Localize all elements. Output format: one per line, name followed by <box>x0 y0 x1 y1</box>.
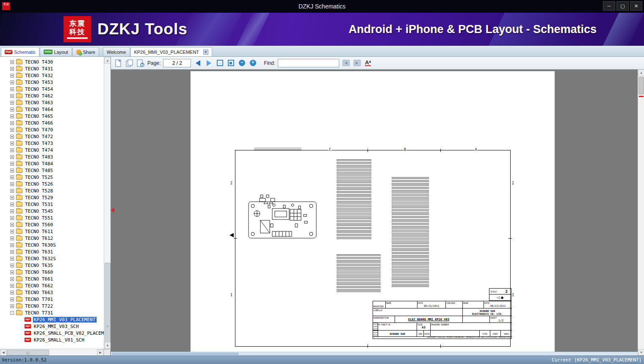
expand-toggle-icon[interactable]: + <box>10 284 14 288</box>
tree-folder[interactable]: +TECNO T528 <box>0 187 104 194</box>
export-page-icon[interactable] <box>136 59 145 67</box>
expand-toggle-icon[interactable]: + <box>10 74 14 78</box>
tab-schematic[interactable]: PDF Schematic <box>1 47 39 56</box>
zoom-out-icon[interactable]: − <box>238 59 246 67</box>
tree-folder[interactable]: +TECNO T431 <box>0 65 104 72</box>
tree-folder[interactable]: +TECNO T529 <box>0 194 104 201</box>
expand-toggle-icon[interactable]: + <box>10 135 14 139</box>
close-button[interactable]: ✕ <box>630 1 642 11</box>
expand-toggle-icon[interactable]: + <box>10 60 14 64</box>
expand-toggle-icon[interactable]: + <box>10 108 14 111</box>
expand-toggle-icon[interactable]: + <box>10 304 14 308</box>
expand-toggle-icon[interactable]: + <box>10 223 14 227</box>
fit-page-icon[interactable] <box>227 59 235 67</box>
tree-folder[interactable]: -TECNO T731 <box>0 309 104 316</box>
tree-folder[interactable]: +TECNO T484 <box>0 160 104 167</box>
tree-folder[interactable]: +TECNO T531 <box>0 201 104 208</box>
tree-folder[interactable]: +TECNO T631 <box>0 248 104 255</box>
next-page-icon[interactable] <box>205 59 213 67</box>
expand-toggle-icon[interactable]: + <box>10 291 14 295</box>
expand-toggle-icon[interactable]: + <box>10 257 14 261</box>
tab-share[interactable]: Share <box>72 47 99 56</box>
tree-folder[interactable]: +TECNO T430 <box>0 58 104 65</box>
tree-folder[interactable]: +TECNO T466 <box>0 119 104 126</box>
expand-toggle-icon[interactable]: + <box>10 121 14 125</box>
tree-folder[interactable]: +TECNO T545 <box>0 208 104 214</box>
expand-toggle-icon[interactable]: + <box>10 243 14 247</box>
tree-folder[interactable]: +TECNO T485 <box>0 167 104 174</box>
tree-folder[interactable]: +TECNO T453 <box>0 79 104 86</box>
expand-toggle-icon[interactable]: + <box>10 277 14 281</box>
tab-welcome[interactable]: Welcome <box>103 47 130 56</box>
tab-close-icon[interactable]: ✕ <box>203 50 208 55</box>
expand-toggle-icon[interactable]: + <box>10 128 14 132</box>
expand-toggle-icon[interactable]: + <box>10 94 14 98</box>
expand-toggle-icon[interactable]: + <box>10 264 14 267</box>
copy-page-icon[interactable] <box>125 59 134 67</box>
expand-toggle-icon[interactable]: + <box>10 297 14 301</box>
expand-toggle-icon[interactable]: + <box>10 230 14 233</box>
expand-toggle-icon[interactable]: + <box>10 155 14 159</box>
scroll-up-icon[interactable]: ▲ <box>104 57 111 64</box>
tree-folder[interactable]: +TECNO T701 <box>0 296 104 303</box>
expand-toggle-icon[interactable]: + <box>10 203 14 206</box>
minimize-button[interactable]: ─ <box>603 1 615 11</box>
tree-folder[interactable]: +TECNO T463 <box>0 99 104 106</box>
expand-toggle-icon[interactable]: - <box>10 311 14 315</box>
sidebar-vertical-scrollbar[interactable]: ▲ ▼ <box>104 57 111 349</box>
viewer-canvas[interactable]: C B A 2 2 1 1 <box>111 69 644 356</box>
page-thumbnail-icon[interactable] <box>114 59 123 67</box>
tree-folder[interactable]: +TECNO T663 <box>0 289 104 296</box>
sidebar-horizontal-scrollbar[interactable]: ◀ ▶ <box>0 349 111 356</box>
tree-folder[interactable]: +TECNO T611 <box>0 228 104 235</box>
expand-toggle-icon[interactable]: + <box>10 175 14 179</box>
expand-toggle-icon[interactable]: + <box>10 169 14 172</box>
scroll-down-icon[interactable]: ▼ <box>638 349 644 356</box>
tree-folder[interactable]: +TECNO T635 <box>0 262 104 269</box>
tab-layout[interactable]: PADS Layout <box>40 47 72 56</box>
expand-toggle-icon[interactable]: + <box>10 250 14 254</box>
tree-folder[interactable]: +TECNO T432 <box>0 72 104 79</box>
viewer-vscroll-thumb[interactable] <box>638 77 644 94</box>
scroll-left-icon[interactable]: ◀ <box>0 349 7 356</box>
expand-toggle-icon[interactable]: + <box>10 182 14 186</box>
tree-folder[interactable]: +TECNO T473 <box>0 140 104 147</box>
tree-folder[interactable]: +TECNO T462 <box>0 92 104 99</box>
tree-file[interactable]: PDFKP26_SMALL_PCB_V02_PLACEME <box>0 330 104 336</box>
tree-folder[interactable]: +TECNO T464 <box>0 106 104 113</box>
tree-folder[interactable]: +TECNO T465 <box>0 113 104 119</box>
tree-folder[interactable]: +TECNO T662 <box>0 282 104 289</box>
expand-toggle-icon[interactable]: + <box>10 196 14 200</box>
expand-toggle-icon[interactable]: + <box>10 142 14 145</box>
tree-folder[interactable]: +TECNO T470 <box>0 126 104 133</box>
tree-folder[interactable]: +TECNO T474 <box>0 147 104 153</box>
find-previous-icon[interactable]: ◀ <box>342 59 350 67</box>
pane-splitter-arrow-icon[interactable] <box>111 208 114 213</box>
viewer-vertical-scrollbar[interactable]: ▲ ▼ <box>638 69 644 356</box>
tree-folder[interactable]: +TECNO T660 <box>0 269 104 275</box>
scroll-down-icon[interactable]: ▼ <box>104 342 111 349</box>
find-next-icon[interactable]: ▶ <box>353 59 361 67</box>
viewer-horizontal-scrollbar[interactable] <box>111 352 638 356</box>
expand-toggle-icon[interactable]: + <box>10 114 14 118</box>
expand-toggle-icon[interactable]: + <box>10 148 14 152</box>
expand-toggle-icon[interactable]: + <box>10 81 14 84</box>
tree-folder[interactable]: +TECNO T612 <box>0 235 104 242</box>
tree-folder[interactable]: +TECNO T454 <box>0 86 104 92</box>
viewer-hscroll-thumb[interactable] <box>112 353 239 355</box>
fit-width-icon[interactable]: ↔ <box>216 59 224 67</box>
expand-toggle-icon[interactable]: + <box>10 216 14 220</box>
tree-folder[interactable]: +TECNO T525 <box>0 174 104 181</box>
tree-file[interactable]: PDFKP26_SMALL_V01_SCH <box>0 336 104 343</box>
expand-toggle-icon[interactable]: + <box>10 67 14 71</box>
tree-folder[interactable]: +TECNO T472 <box>0 133 104 140</box>
expand-toggle-icon[interactable]: + <box>10 162 14 166</box>
expand-toggle-icon[interactable]: + <box>10 87 14 91</box>
tree-folder[interactable]: +TECNO T722 <box>0 303 104 309</box>
tree-folder[interactable]: +TECNO T630S <box>0 242 104 248</box>
tree-folder[interactable]: +TECNO T661 <box>0 275 104 282</box>
expand-toggle-icon[interactable]: + <box>10 189 14 193</box>
page-number-input[interactable] <box>163 59 191 67</box>
tree-folder[interactable]: +TECNO T551 <box>0 214 104 221</box>
expand-toggle-icon[interactable]: + <box>10 236 14 240</box>
